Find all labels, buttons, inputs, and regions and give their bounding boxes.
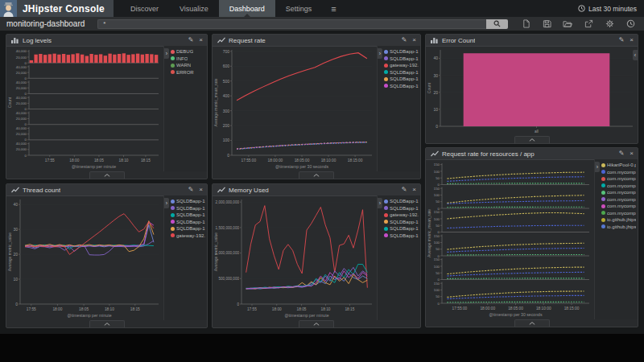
svg-text:40,000: 40,000: [16, 126, 27, 130]
svg-text:40,000: 40,000: [16, 65, 27, 69]
resources-chart[interactable]: Average metric_mean_rate1501005001501005…: [426, 159, 594, 319]
dashboard-name: monitoring-dashboard: [6, 19, 85, 28]
close-icon[interactable]: ×: [630, 37, 634, 43]
legend-item[interactable]: com.mycompany.myap..: [601, 176, 636, 181]
tab-settings[interactable]: Settings: [275, 0, 323, 17]
gear-icon[interactable]: [605, 19, 614, 29]
query-input[interactable]: [97, 19, 486, 29]
collapse-chevron[interactable]: [299, 320, 334, 327]
legend-item[interactable]: SQLDBapp-192.168.4..: [384, 56, 419, 61]
collapse-chevron[interactable]: [89, 320, 125, 327]
search-button[interactable]: [486, 19, 508, 29]
legend-item[interactable]: HikariPool-0.pool.Wait: [601, 162, 636, 167]
legend-item[interactable]: ERROR: [171, 70, 205, 75]
edit-icon[interactable]: ✎: [402, 37, 407, 43]
panel-header[interactable]: Log levels ✎ ×: [6, 35, 207, 47]
svg-text:100: 100: [434, 265, 440, 269]
panel-title: Log levels: [23, 37, 52, 44]
request-rate-chart[interactable]: Average metric_mean_rate7006005004003002…: [213, 46, 377, 171]
close-icon[interactable]: ×: [199, 37, 203, 43]
legend-item[interactable]: com.mycompany.myap..: [601, 197, 636, 202]
edit-icon[interactable]: ✎: [402, 187, 407, 193]
brand[interactable]: JHipster Console: [0, 0, 114, 17]
svg-text:Count: Count: [7, 97, 12, 108]
svg-text:20,000: 20,000: [16, 132, 27, 136]
panel-header[interactable]: Request rate ✎ ×: [213, 35, 420, 47]
legend-item[interactable]: SQLDBapp-192.168.4..: [384, 49, 419, 54]
error-count-chart[interactable]: Count403020100all: [426, 46, 638, 136]
memory-used-chart[interactable]: Average metric_value2,000,000,0001,500,0…: [213, 195, 377, 320]
close-icon[interactable]: ×: [630, 150, 634, 157]
legend-item[interactable]: SQLDBapp-192.168.4..: [171, 199, 205, 204]
svg-text:17:55: 17:55: [45, 158, 55, 162]
svg-text:10: 10: [433, 107, 438, 112]
legend-item[interactable]: DEBUG: [171, 49, 205, 54]
panel-header[interactable]: Thread count ✎ ×: [6, 184, 207, 196]
menu-burger-icon[interactable]: ≡: [322, 0, 345, 17]
panel-header[interactable]: Error Count ✎ ×: [426, 35, 638, 47]
legend-item[interactable]: io.github.jhipster.web.r..: [601, 224, 636, 229]
log-levels-chart[interactable]: Count40,00020,000040,00020,000040,00020,…: [6, 46, 163, 171]
legend-item[interactable]: SQLDBapp-192.168.4..: [384, 70, 419, 75]
legend-item[interactable]: SQLDBapp-192.168.4..: [384, 206, 419, 211]
save-dashboard-icon[interactable]: [542, 19, 551, 29]
panel-header[interactable]: Memory Used ✎ ×: [213, 184, 420, 196]
collapse-chevron[interactable]: [89, 171, 125, 179]
tab-visualize[interactable]: Visualize: [169, 0, 219, 17]
tab-dashboard[interactable]: Dashboard: [219, 0, 275, 17]
panel-title: Thread count: [23, 187, 60, 194]
legend-item[interactable]: com.mycompany.myap..: [601, 183, 636, 188]
legend-toggle[interactable]: ›: [378, 198, 382, 208]
legend-toggle[interactable]: ‹: [633, 50, 638, 60]
legend-item[interactable]: gateway-192.168.43.8..: [384, 212, 419, 217]
legend-toggle[interactable]: ›: [164, 48, 169, 59]
legend-toggle[interactable]: ›: [164, 198, 169, 208]
legend-item[interactable]: com.mycompany.myap..: [601, 190, 636, 195]
panel-header[interactable]: Request rate for resources / app ✎ ×: [426, 148, 638, 160]
svg-text:150: 150: [434, 162, 440, 167]
svg-text:40,000: 40,000: [16, 96, 27, 100]
edit-icon[interactable]: ✎: [619, 37, 625, 43]
legend-item[interactable]: SQLDBapp-192.168.4..: [171, 220, 205, 224]
svg-text:100: 100: [223, 138, 230, 142]
legend-label: com.mycompany.myap..: [607, 197, 636, 202]
legend-item[interactable]: SQLDBapp-192.168.4..: [171, 226, 205, 231]
collapse-chevron[interactable]: [514, 136, 550, 143]
legend-item[interactable]: SQLDBapp-192.168.4..: [384, 233, 419, 238]
legend-item[interactable]: gateway-192.168.43.8..: [171, 233, 205, 238]
svg-text:17:55: 17:55: [247, 307, 257, 311]
legend-item[interactable]: SQLDBapp-192.168.4..: [384, 199, 419, 204]
legend-item[interactable]: SQLDBapp-192.168.4..: [384, 84, 419, 88]
legend-item[interactable]: com.mycompany.myap..: [601, 170, 636, 175]
legend-item[interactable]: SQLDBapp-192.168.4..: [171, 206, 205, 211]
close-icon[interactable]: ×: [199, 187, 203, 193]
refresh-clock-icon[interactable]: [625, 19, 635, 29]
legend-item[interactable]: SQLDBapp-192.168.4..: [384, 220, 419, 224]
legend-item[interactable]: com.mycompany.myap..: [601, 204, 636, 208]
new-dashboard-icon[interactable]: [521, 19, 530, 29]
close-icon[interactable]: ×: [412, 37, 416, 43]
legend-toggle[interactable]: ›: [378, 48, 382, 59]
collapse-chevron[interactable]: [299, 171, 334, 179]
svg-text:18:10:00: 18:10:00: [321, 158, 336, 162]
legend-item[interactable]: gateway-192.168.43.8..: [384, 63, 419, 68]
legend-item[interactable]: INFO: [171, 56, 205, 61]
tab-discover[interactable]: Discover: [120, 0, 169, 17]
legend-toggle[interactable]: ›: [595, 162, 600, 172]
legend-color-dot: [601, 170, 605, 174]
legend-item[interactable]: SQLDBapp-192.168.4..: [384, 226, 419, 231]
edit-icon[interactable]: ✎: [619, 150, 625, 157]
share-icon[interactable]: [584, 19, 593, 29]
time-picker[interactable]: Last 30 minutes: [578, 0, 644, 17]
legend-item[interactable]: io.github.jhipster.web.r..: [601, 217, 636, 222]
load-dashboard-icon[interactable]: [563, 19, 572, 29]
close-icon[interactable]: ×: [412, 187, 416, 193]
edit-icon[interactable]: ✎: [188, 187, 194, 193]
legend-item[interactable]: SQLDBapp-192.168.4..: [384, 76, 419, 81]
edit-icon[interactable]: ✎: [188, 37, 194, 43]
legend-item[interactable]: SQLDBapp-192.168.4..: [171, 212, 205, 217]
collapse-chevron[interactable]: [514, 319, 550, 327]
thread-count-chart[interactable]: Average metric_value40302010017:5518:001…: [6, 195, 163, 320]
legend-item[interactable]: com.mycompany.myap..: [601, 211, 636, 216]
legend-item[interactable]: WARN: [171, 63, 205, 68]
